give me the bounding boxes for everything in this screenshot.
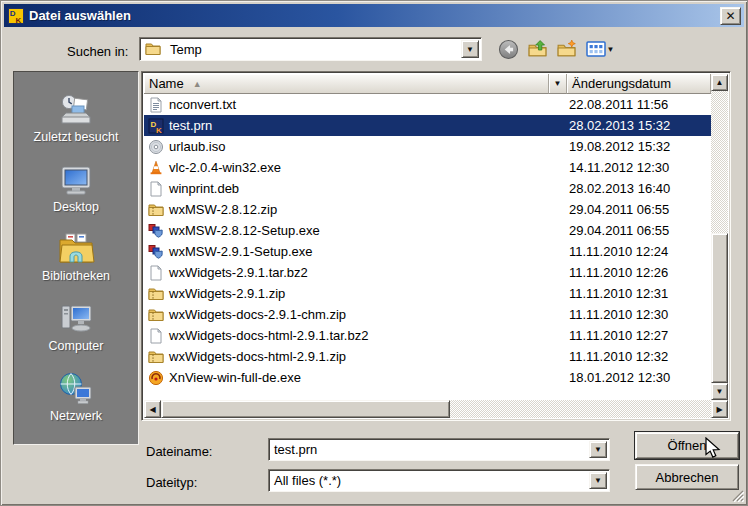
folder-icon (145, 41, 161, 57)
horizontal-scroll-thumb[interactable] (161, 400, 450, 418)
sidebar-item-libraries[interactable]: Bibliotheken (14, 232, 138, 283)
scroll-left-button[interactable]: ◀ (144, 400, 161, 418)
file-name-cell: nconvert.txt (144, 97, 564, 113)
dk-file-icon: DK (148, 118, 164, 134)
file-name-cell: wxMSW-2.9.1-Setup.exe (144, 244, 564, 260)
new-folder-button[interactable] (555, 38, 577, 60)
sidebar-item-desktop[interactable]: Desktop (14, 163, 138, 214)
filetype-combobox[interactable]: All files (*.*) ▼ (268, 469, 610, 492)
file-name-cell: urlaub.iso (144, 139, 564, 155)
look-in-dropdown-button[interactable]: ▼ (461, 40, 479, 58)
file-rows: nconvert.txt22.08.2011 11:56DKtest.prn28… (144, 94, 711, 400)
file-name-cell: wxWidgets-2.9.1.zip (144, 286, 564, 302)
file-row[interactable]: wxMSW-2.8.12.zip29.04.2011 06:55 (144, 199, 711, 220)
file-row[interactable]: winprint.deb28.02.2013 16:40 (144, 178, 711, 199)
file-date: 28.02.2013 16:40 (564, 181, 711, 196)
zip-icon (148, 349, 164, 365)
window-title: Datei auswählen (29, 8, 131, 23)
column-header-name-label: Name (149, 76, 184, 91)
cancel-button[interactable]: Abbrechen (635, 464, 739, 490)
sidebar-item-label: Computer (49, 339, 104, 353)
sidebar-item-label: Bibliotheken (42, 269, 110, 283)
file-date: 22.08.2011 11:56 (564, 97, 711, 112)
file-date: 11.11.2010 12:27 (564, 328, 711, 343)
file-row[interactable]: wxMSW-2.8.12-Setup.exe29.04.2011 06:55 (144, 220, 711, 241)
setup-icon (148, 244, 164, 260)
look-in-combobox[interactable]: Temp ▼ (139, 37, 482, 61)
file-name-cell: wxWidgets-docs-html-2.9.1.tar.bz2 (144, 328, 564, 344)
file-date: 11.11.2010 12:24 (564, 244, 711, 259)
file-row[interactable]: wxWidgets-docs-html-2.9.1.zip11.11.2010 … (144, 346, 711, 367)
file-name: wxMSW-2.8.12.zip (169, 202, 277, 217)
column-header-name[interactable]: Name ▲ (144, 74, 549, 94)
file-name: wxWidgets-docs-html-2.9.1.zip (169, 349, 346, 364)
svg-text:K: K (16, 15, 22, 23)
filename-combobox[interactable]: test.prn ▼ (268, 438, 610, 461)
close-button[interactable]: ✕ (720, 7, 741, 25)
column-header-date[interactable]: Änderungsdatum (567, 74, 711, 94)
filetype-dropdown-button[interactable]: ▼ (589, 472, 607, 489)
file-row[interactable]: wxWidgets-2.9.1.zip11.11.2010 12:31 (144, 283, 711, 304)
look-in-value: Temp (170, 42, 202, 57)
sidebar-item-recent-places[interactable]: Zuletzt besucht (14, 93, 138, 144)
file-date: 11.11.2010 12:26 (564, 265, 711, 280)
file-row[interactable]: vlc-2.0.4-win32.exe14.11.2012 12:30 (144, 157, 711, 178)
blank-file-icon (148, 328, 164, 344)
vertical-scroll-track[interactable] (711, 91, 728, 383)
file-name-cell: winprint.deb (144, 181, 564, 197)
sidebar-item-label: Desktop (53, 200, 99, 214)
file-row[interactable]: XnView-win-full-de.exe18.01.2012 12:30 (144, 367, 711, 388)
view-menu-button[interactable]: ▼ (584, 38, 616, 60)
sidebar-item-computer[interactable]: Computer (14, 302, 138, 353)
file-date: 11.11.2010 12:31 (564, 286, 711, 301)
filename-label: Dateiname: (146, 444, 212, 459)
file-row[interactable]: wxWidgets-docs-html-2.9.1.tar.bz211.11.2… (144, 325, 711, 346)
file-row[interactable]: wxMSW-2.9.1-Setup.exe11.11.2010 12:24 (144, 241, 711, 262)
look-in-label: Suchen in: (67, 44, 128, 59)
vlc-icon (148, 160, 164, 176)
view-menu-caret-icon: ▼ (607, 45, 615, 54)
scroll-down-button[interactable]: ▼ (711, 383, 728, 400)
up-one-level-button[interactable] (526, 38, 548, 60)
look-in-field: Temp (140, 38, 481, 60)
file-row[interactable]: DKtest.prn28.02.2013 15:32 (144, 115, 711, 136)
file-row[interactable]: wxWidgets-2.9.1.tar.bz211.11.2010 12:26 (144, 262, 711, 283)
file-date: 18.01.2012 12:30 (564, 370, 711, 385)
resize-grip[interactable] (731, 489, 744, 502)
file-row[interactable]: urlaub.iso19.08.2012 15:32 (144, 136, 711, 157)
file-date: 11.11.2010 12:30 (564, 307, 711, 322)
file-date: 19.08.2012 15:32 (564, 139, 711, 154)
file-open-dialog: DK Datei auswählen ✕ Suchen in: Temp ▼ ▼ (0, 0, 748, 506)
sidebar-item-label: Netzwerk (50, 409, 102, 423)
file-name-cell: DKtest.prn (144, 118, 564, 134)
file-row[interactable]: wxWidgets-docs-2.9.1-chm.zip11.11.2010 1… (144, 304, 711, 325)
back-button[interactable] (497, 38, 519, 60)
file-date: 28.02.2013 15:32 (564, 118, 711, 133)
scroll-right-button[interactable]: ▶ (711, 400, 728, 418)
vertical-scroll-thumb[interactable] (711, 233, 728, 383)
filename-dropdown-button[interactable]: ▼ (589, 441, 607, 458)
vertical-scrollbar[interactable]: ▲ ▼ (711, 74, 728, 400)
open-button[interactable]: Öffnen (635, 432, 739, 459)
file-name-cell: wxWidgets-2.9.1.tar.bz2 (144, 265, 564, 281)
file-name: vlc-2.0.4-win32.exe (169, 160, 281, 175)
zip-icon (148, 202, 164, 218)
file-row[interactable]: nconvert.txt22.08.2011 11:56 (144, 94, 711, 115)
file-name: urlaub.iso (169, 139, 225, 154)
file-date: 14.11.2012 12:30 (564, 160, 711, 175)
horizontal-scrollbar[interactable]: ◀ ▶ (144, 400, 728, 418)
sidebar-item-network[interactable]: Netzwerk (14, 372, 138, 423)
file-date: 11.11.2010 12:32 (564, 349, 711, 364)
blank-file-icon (148, 181, 164, 197)
file-date: 29.04.2011 06:55 (564, 202, 711, 217)
network-icon (58, 372, 94, 406)
zip-icon (148, 286, 164, 302)
libraries-icon (57, 232, 95, 266)
title-bar[interactable]: DK Datei auswählen ✕ (4, 4, 744, 27)
scroll-up-button[interactable]: ▲ (711, 74, 728, 91)
horizontal-scroll-track[interactable] (161, 400, 711, 418)
column-header-dropdown-button[interactable]: ▼ (549, 74, 567, 94)
file-name: test.prn (169, 118, 212, 133)
file-name: wxWidgets-docs-2.9.1-chm.zip (169, 307, 346, 322)
file-list-content: Name ▲ ▼ Änderungsdatum nconvert.txt22.0… (144, 74, 711, 400)
